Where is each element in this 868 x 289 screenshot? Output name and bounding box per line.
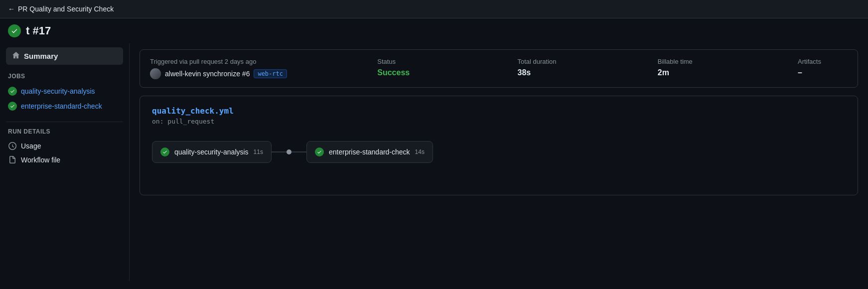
flow-node-1-icon: [160, 147, 169, 156]
flow-node-2[interactable]: enterprise-standard-check 14s: [306, 141, 433, 163]
sidebar-item-enterprise-standard-check[interactable]: enterprise-standard-check: [6, 99, 123, 114]
workflow-trigger: on: pull_request: [152, 118, 846, 125]
file-icon: [8, 156, 17, 164]
branch-tag[interactable]: web-rtc: [254, 69, 287, 78]
duration-value: 38s: [518, 68, 568, 77]
home-icon: [12, 51, 20, 61]
flow-node-2-icon: [315, 147, 324, 156]
usage-label: Usage: [21, 142, 41, 150]
job-success-icon-2: [8, 102, 17, 111]
sidebar-divider: [6, 122, 123, 122]
avatar-image: [150, 68, 161, 79]
trigger-row: Triggered via pull request 2 days ago al…: [150, 58, 848, 79]
sidebar-item-workflow-file[interactable]: Workflow file: [6, 153, 123, 167]
check-icon: [11, 27, 18, 34]
trigger-col: Triggered via pull request 2 days ago al…: [150, 58, 287, 79]
sidebar-run-details: Run details Usage Workflow file: [6, 128, 123, 167]
trigger-label: Triggered via pull request 2 days ago: [150, 58, 287, 65]
trigger-actor: alwell-kevin synchronize #6 web-rtc: [150, 68, 287, 79]
billable-value: 2m: [658, 68, 708, 77]
main-layout: Summary Jobs quality-security-analysis: [0, 43, 868, 289]
workflow-filename[interactable]: quality_check.yml: [152, 106, 846, 116]
artifacts-label: Artifacts: [798, 58, 848, 65]
flow-line-left: [272, 151, 287, 152]
actor-name: alwell-kevin synchronize #6: [165, 70, 250, 78]
flow-node-2-label: enterprise-standard-check: [329, 148, 410, 156]
artifacts-col: Artifacts –: [798, 58, 848, 77]
flow-node-1-label: quality-security-analysis: [174, 148, 249, 156]
sidebar-jobs: Jobs quality-security-analysis enterpris…: [6, 73, 123, 114]
info-card: Triggered via pull request 2 days ago al…: [140, 49, 858, 88]
flow-node-2-time: 14s: [415, 148, 425, 155]
clock-icon: [8, 142, 17, 150]
flow-connector: [272, 149, 306, 154]
job-name-1: quality-security-analysis: [21, 87, 95, 95]
run-details-label: Run details: [6, 128, 123, 135]
workflow-file-label: Workflow file: [21, 156, 60, 164]
summary-label: Summary: [24, 52, 58, 60]
duration-label: Total duration: [518, 58, 568, 65]
run-status-badge: [8, 24, 21, 37]
sidebar: Summary Jobs quality-security-analysis: [0, 43, 130, 281]
top-nav: ← PR Quality and Security Check: [0, 0, 868, 18]
flow-node-1-time: 11s: [254, 148, 263, 155]
status-col: Status Success: [377, 58, 427, 77]
run-title: t #17: [26, 24, 51, 37]
sidebar-item-summary[interactable]: Summary: [6, 47, 123, 65]
artifacts-value: –: [798, 68, 848, 77]
sidebar-item-usage[interactable]: Usage: [6, 139, 123, 153]
main-content: Triggered via pull request 2 days ago al…: [130, 43, 868, 281]
job-name-2: enterprise-standard-check: [21, 102, 102, 110]
back-label: PR Quality and Security Check: [18, 5, 114, 13]
status-label: Status: [377, 58, 427, 65]
back-link[interactable]: ← PR Quality and Security Check: [8, 5, 114, 13]
workflow-card: quality_check.yml on: pull_request quali…: [140, 96, 858, 195]
back-arrow-icon: ←: [8, 5, 15, 13]
billable-col: Billable time 2m: [658, 58, 708, 77]
flow-dot: [287, 149, 291, 154]
title-row: t #17: [0, 18, 868, 43]
job-success-icon-1: [8, 87, 17, 96]
flow-diagram: quality-security-analysis 11s: [152, 141, 846, 163]
jobs-section-label: Jobs: [6, 73, 123, 80]
flow-node-1[interactable]: quality-security-analysis 11s: [152, 141, 272, 163]
duration-col: Total duration 38s: [518, 58, 568, 77]
avatar: [150, 68, 161, 79]
flow-line-right: [291, 151, 306, 152]
billable-label: Billable time: [658, 58, 708, 65]
status-value: Success: [377, 68, 427, 77]
sidebar-item-quality-security-analysis[interactable]: quality-security-analysis: [6, 84, 123, 99]
